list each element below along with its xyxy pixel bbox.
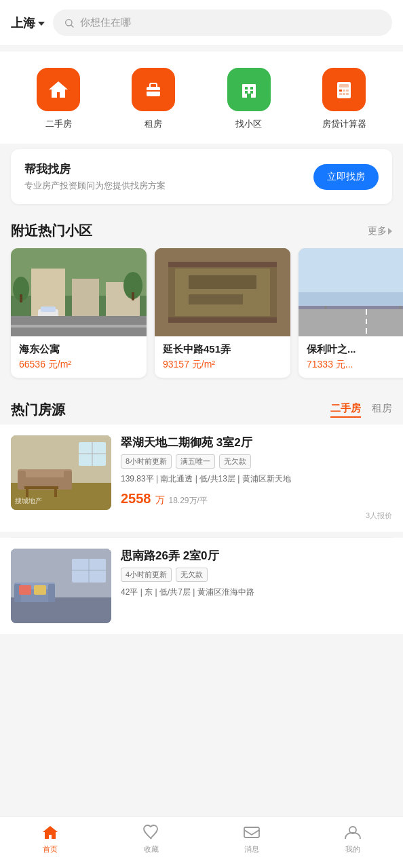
nearby-more-label: 更多	[368, 225, 387, 237]
svg-rect-13	[343, 90, 345, 92]
chevron-down-icon	[38, 22, 45, 26]
svg-rect-16	[343, 93, 345, 95]
favorites-nav-icon	[142, 824, 160, 842]
svg-rect-32	[11, 325, 147, 328]
svg-rect-12	[339, 90, 342, 92]
listing-title-1: 翠湖天地二期御苑 3室2厅	[121, 435, 392, 450]
neighborhood-info-1: 海东公寓 66536 元/m²	[11, 336, 147, 378]
svg-rect-28	[41, 307, 56, 312]
neighborhood-card-3[interactable]: 保利叶之... 71333 元...	[299, 248, 403, 378]
neighborhood-card-1[interactable]: 海东公寓 66536 元/m²	[11, 248, 147, 378]
listing-image-2	[11, 549, 111, 623]
listing-details-1: 139.83平 | 南北通透 | 低/共13层 | 黄浦区新天地	[121, 473, 392, 486]
svg-rect-43	[299, 309, 403, 336]
listing-title-2: 思南路26弄 2室0厅	[121, 549, 392, 564]
svg-rect-26	[132, 292, 134, 300]
svg-rect-76	[244, 827, 259, 837]
listing-tags-1: 8小时前更新 满五唯一 无欠款	[121, 454, 392, 469]
svg-rect-24	[20, 294, 22, 302]
svg-rect-11	[339, 84, 349, 87]
nav-profile-label: 我的	[345, 844, 360, 854]
svg-line-1	[71, 25, 73, 27]
building-icon	[237, 77, 261, 102]
nearby-more-button[interactable]: 更多	[368, 225, 392, 237]
city-selector[interactable]: 上海	[11, 15, 45, 31]
neighborhood-image-2	[155, 248, 290, 336]
tab-second-hand[interactable]: 二手房	[330, 402, 361, 418]
help-banner: 帮我找房 专业房产投资顾问为您提供找房方案 立即找房	[11, 149, 392, 204]
find-complex-label: 找小区	[235, 118, 262, 130]
neighborhood-price-3: 71333 元...	[307, 359, 403, 371]
listing-card-2[interactable]: 思南路26弄 2室0厅 4小时前更新 无欠款 42平 | 东 | 低/共7层 |…	[0, 538, 403, 634]
svg-rect-17	[346, 93, 349, 95]
listing-price-unit-1: 万	[155, 494, 165, 507]
listing-reporters-1: 3人报价	[121, 511, 392, 521]
svg-rect-14	[346, 90, 349, 92]
mortgage-icon-bg	[322, 68, 366, 111]
tab-rent[interactable]: 租房	[372, 402, 392, 418]
svg-rect-6	[250, 87, 253, 90]
svg-rect-74	[19, 585, 31, 595]
svg-rect-8	[250, 91, 253, 94]
listing-info-2: 思南路26弄 2室0厅 4小时前更新 无欠款 42平 | 东 | 低/共7层 |…	[121, 549, 392, 623]
nav-home[interactable]: 首页	[30, 824, 71, 854]
listing-info-1: 翠湖天地二期御苑 3室2厅 8小时前更新 满五唯一 无欠款 139.83平 | …	[121, 435, 392, 521]
quick-nav: 二手房 租房	[0, 52, 403, 144]
listing-card-1[interactable]: 搜城地产 翠湖天地二期御苑 3室2厅 8小时前更新 满五唯一 无欠款 139.8…	[0, 425, 403, 532]
svg-rect-61	[24, 486, 58, 489]
neighborhood-scroll: 海东公寓 66536 元/m²	[0, 248, 403, 389]
second-hand-icon-bg	[37, 68, 80, 111]
neighborhood-image-3	[299, 248, 403, 336]
search-icon	[64, 18, 75, 28]
neighborhood-price-1: 66536 元/m²	[19, 359, 138, 371]
tag-update-time-1: 8小时前更新	[121, 454, 172, 469]
suitcase-icon	[141, 77, 166, 102]
rent-icon-bg	[132, 68, 175, 111]
neighborhood-scene-3	[299, 248, 403, 336]
svg-rect-75	[34, 585, 46, 595]
rent-label: 租房	[145, 118, 162, 130]
svg-rect-63	[54, 489, 57, 497]
neighborhood-card-2[interactable]: 延长中路451弄 93157 元/m²	[155, 248, 290, 378]
content-area: 二手房 租房	[0, 52, 403, 694]
help-subtitle: 专业房产投资顾问为您提供找房方案	[24, 180, 166, 192]
nav-messages-label: 消息	[244, 844, 259, 854]
neighborhood-info-2: 延长中路451弄 93157 元/m²	[155, 336, 290, 378]
messages-nav-icon	[243, 824, 261, 842]
svg-rect-50	[299, 292, 403, 306]
nav-messages[interactable]: 消息	[231, 824, 272, 854]
help-find-button[interactable]: 立即找房	[313, 164, 379, 190]
svg-rect-57	[64, 471, 72, 490]
neighborhood-price-2: 93157 元/m²	[163, 359, 282, 371]
listing-unit-price-1: 18.29万/平	[169, 495, 208, 507]
listing-image-1: 搜城地产	[11, 435, 111, 510]
svg-rect-38	[189, 294, 243, 304]
chevron-right-icon	[388, 228, 392, 235]
listing-watermark-1: 搜城地产	[15, 496, 42, 506]
quick-nav-mortgage[interactable]: 房贷计算器	[322, 68, 366, 130]
tag-full-five-1: 满五唯一	[176, 454, 215, 469]
tag-no-debt-2: 无欠款	[176, 568, 208, 582]
nav-favorites[interactable]: 收藏	[131, 824, 172, 854]
quick-nav-second-hand[interactable]: 二手房	[37, 68, 80, 130]
quick-nav-find-complex[interactable]: 找小区	[227, 68, 271, 130]
neighborhood-name-1: 海东公寓	[19, 343, 138, 356]
nav-favorites-label: 收藏	[144, 844, 159, 854]
svg-rect-15	[339, 93, 342, 95]
nav-profile[interactable]: 我的	[332, 824, 373, 854]
listing-price-row-1: 2558 万 18.29万/平	[121, 491, 392, 507]
search-bar[interactable]: 你想住在哪	[53, 9, 392, 36]
neighborhood-name-2: 延长中路451弄	[163, 343, 282, 356]
bottom-nav: 首页 收藏 消息 我的	[0, 816, 403, 868]
city-label: 上海	[11, 15, 35, 31]
find-complex-icon-bg	[227, 68, 271, 111]
neighborhood-scene-1	[11, 248, 147, 336]
calculator-icon	[332, 77, 356, 102]
house-icon	[46, 77, 71, 102]
second-hand-label: 二手房	[45, 118, 72, 130]
mortgage-label: 房贷计算器	[322, 118, 366, 130]
hot-listings-header: 热门房源 二手房 租房	[0, 389, 403, 425]
quick-nav-rent[interactable]: 租房	[132, 68, 175, 130]
svg-rect-70	[48, 584, 55, 602]
neighborhood-scene-2	[155, 248, 290, 336]
